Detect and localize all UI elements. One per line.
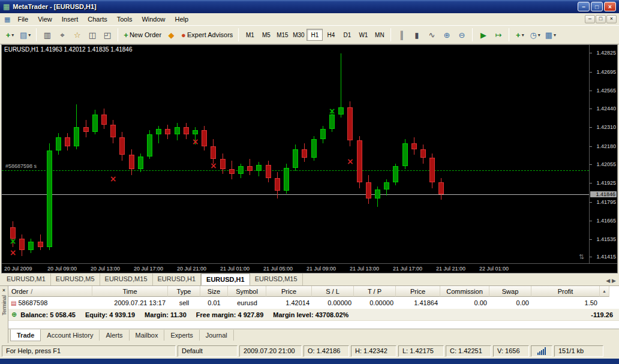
tab-scroll-right-icon[interactable]: ▶ [612, 278, 616, 284]
menu-help[interactable]: Help [170, 14, 194, 25]
templates-button[interactable]: ▦ ▾ [543, 28, 558, 42]
terminal-tab-journal[interactable]: Journal [200, 330, 234, 341]
chart-tab-eurusd-h1-3[interactable]: EURUSD,H1 [153, 273, 202, 285]
column-header-order-0[interactable]: Order/ [8, 286, 92, 297]
status-profile[interactable]: Default [178, 345, 238, 357]
column-header-symbol-4[interactable]: Symbol [228, 286, 266, 297]
chart-shift-button[interactable]: ↦ [491, 28, 506, 42]
expert-advisors-button[interactable]: ● Expert Advisors [179, 28, 235, 42]
timeframe-d1[interactable]: D1 [339, 29, 355, 41]
metaeditor-button[interactable]: ◆ [164, 28, 179, 42]
menu-file[interactable]: File [13, 14, 33, 25]
column-header-label: Symbol [236, 288, 258, 295]
periods-button[interactable]: ◷ ▾ [527, 28, 542, 42]
price-scale-label: 1.42695 [596, 69, 616, 75]
timeframe-m5[interactable]: M5 [258, 29, 274, 41]
price-scale-label: 1.42310 [596, 124, 616, 130]
line-chart-button[interactable]: ∿ [424, 28, 439, 42]
order-cell-swap: 0.00 [489, 299, 531, 306]
chart-tab-eurusd-m1-0[interactable]: EURUSD,M1 [2, 273, 51, 285]
price-scale-label: 1.41535 [596, 236, 616, 242]
bar-chart-button[interactable]: ║ [394, 28, 409, 42]
chart-shift-icon: ↦ [495, 31, 501, 39]
candle-body [101, 115, 107, 125]
new-order-button[interactable]: + New Order [121, 28, 164, 42]
column-header-type-2[interactable]: Type [168, 286, 200, 297]
timeframe-h1[interactable]: H1 [307, 29, 323, 41]
time-axis-label: 21 Jul 21:00 [436, 266, 465, 272]
time-axis-label: 21 Jul 09:00 [307, 266, 336, 272]
timeframe-mn[interactable]: MN [371, 29, 387, 41]
column-header-label: Price [281, 288, 296, 295]
price-scale-label: 1.42565 [596, 88, 616, 94]
column-header-time-1[interactable]: Time [92, 286, 168, 297]
chart-tab-eurusd-m15-5[interactable]: EURUSD,M15 [250, 273, 303, 285]
menu-tools[interactable]: Tools [112, 14, 137, 25]
menu-charts[interactable]: Charts [83, 14, 112, 25]
candle-body [202, 130, 207, 146]
candle-body [147, 134, 152, 156]
scroll-to-end-icon[interactable]: ⇅ [579, 253, 584, 261]
price-scale[interactable]: 1.428251.426951.425651.424401.423101.421… [589, 45, 617, 263]
terminal-tab-experts[interactable]: Experts [164, 330, 199, 341]
timeframe-w1[interactable]: W1 [355, 29, 371, 41]
chart-tab-eurusd-h1-4[interactable]: EURUSD,H1 [201, 273, 250, 285]
column-header-price-5[interactable]: Price [266, 286, 312, 297]
menu-view[interactable]: View [33, 14, 57, 25]
new-chart-button[interactable]: + ▾ [2, 28, 17, 42]
candlestick-button[interactable]: ▮ [409, 28, 424, 42]
column-header-swap-10[interactable]: Swap [489, 286, 531, 297]
column-header-commission-9[interactable]: Commission [440, 286, 489, 297]
terminal-tab-account-history[interactable]: Account History [41, 330, 100, 341]
tab-scroll-left-icon[interactable]: ◀ [606, 278, 610, 284]
order-line-label: #58687598 s [5, 163, 37, 169]
data-window-button[interactable]: ⌖ [55, 28, 70, 42]
maximize-button[interactable]: □ [591, 2, 603, 11]
timeframe-h4[interactable]: H4 [323, 29, 339, 41]
order-table-row[interactable]: ▤586875982009.07.21 13:17sell0.01eurusd1… [8, 297, 619, 309]
time-axis[interactable]: 20 Jul 200920 Jul 09:0020 Jul 13:0020 Ju… [2, 263, 617, 273]
terminal-tab-mailbox[interactable]: Mailbox [130, 330, 165, 341]
candle-body [47, 151, 52, 248]
column-header-label: Commission [446, 288, 483, 295]
timeframe-m1[interactable]: M1 [242, 29, 258, 41]
order-cell-value: 1.50 [585, 299, 597, 306]
column-header-size-3[interactable]: Size [200, 286, 228, 297]
order-doc-icon: ▤ [11, 300, 16, 306]
child-restore-button[interactable]: □ [596, 15, 606, 23]
zoom-in-button[interactable]: ⊕ [439, 28, 454, 42]
navigator-button[interactable]: ☆ [70, 28, 85, 42]
column-header-label: Price [410, 288, 425, 295]
chart-tab-eurusd-m5-1[interactable]: EURUSD,M5 [51, 273, 100, 285]
timeframe-m15[interactable]: M15 [274, 29, 290, 41]
strategy-tester-button[interactable]: ◰ [100, 28, 115, 42]
chart-tab-eurusd-m15-2[interactable]: EURUSD,M15 [100, 273, 153, 285]
terminal-tab-alerts[interactable]: Alerts [100, 330, 129, 341]
zoom-out-button[interactable]: ⊖ [454, 28, 469, 42]
menu-insert[interactable]: Insert [57, 14, 83, 25]
column-header-profit-11[interactable]: Profit [531, 286, 600, 297]
market-watch-button[interactable]: ▥ [40, 28, 55, 42]
time-axis-label: 20 Jul 17:00 [134, 266, 163, 272]
auto-scroll-button[interactable]: ▶ [476, 28, 491, 42]
column-header-price-8[interactable]: Price [396, 286, 440, 297]
child-minimize-button[interactable]: – [585, 15, 595, 23]
menu-window[interactable]: Window [137, 14, 170, 25]
terminal-scroll-up[interactable]: ▲ [600, 286, 609, 297]
price-scale-tick [590, 91, 592, 91]
column-header-t-p-7[interactable]: T / P [354, 286, 396, 297]
terminal-side-tab[interactable]: × Terminal [0, 286, 8, 343]
child-close-button[interactable]: × [606, 15, 617, 23]
terminal-close-button[interactable]: × [2, 287, 5, 293]
indicators-button[interactable]: + ▾ [512, 28, 527, 42]
candle-body [129, 155, 134, 169]
minimize-button[interactable]: – [578, 2, 590, 11]
terminal-button[interactable]: ◫ [85, 28, 100, 42]
terminal-tab-trade[interactable]: Trade [10, 329, 41, 341]
close-button[interactable]: × [604, 2, 616, 11]
timeframe-m30[interactable]: M30 [290, 29, 307, 41]
chart-plot[interactable]: EURUSD,H1 1.41963 1.42012 1.41835 1.4184… [2, 45, 589, 263]
time-axis-label: 20 Jul 2009 [4, 266, 32, 272]
profiles-button[interactable]: ▤ ▾ [17, 28, 33, 42]
column-header-s-l-6[interactable]: S / L [312, 286, 354, 297]
